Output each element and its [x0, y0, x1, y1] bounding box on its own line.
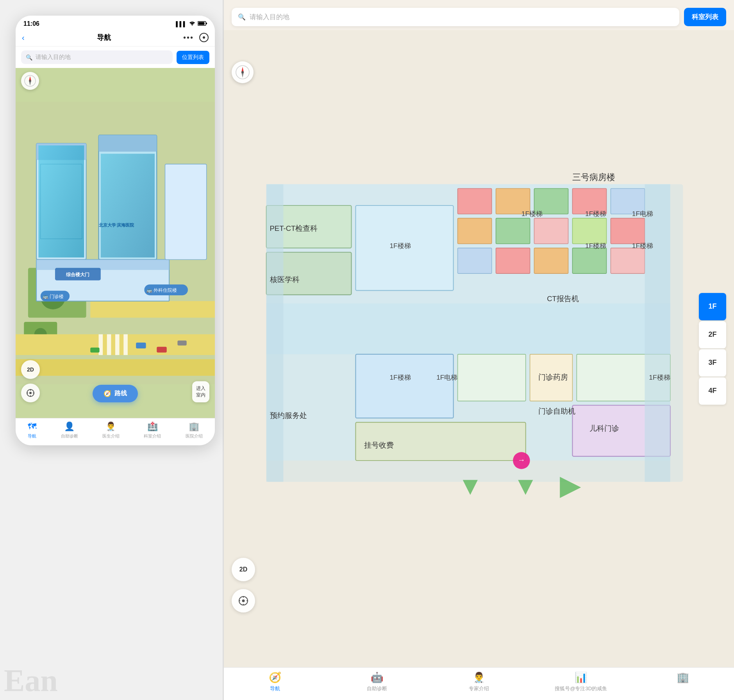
doctor-intro-tab-label: 医生介绍: [102, 433, 120, 439]
tab-hospital-intro-left[interactable]: 🏢 医院介绍: [186, 421, 203, 439]
svg-text:1F楼梯: 1F楼梯: [521, 210, 543, 218]
svg-rect-82: [355, 354, 453, 418]
navigation-tab-icon: 🗺: [28, 421, 36, 432]
search-top-right: 🔍 请输入目的地 科室列表: [224, 0, 734, 30]
signal-icon: ▌▌▌: [176, 21, 187, 27]
svg-rect-26: [38, 145, 84, 257]
svg-text:▼: ▼: [513, 471, 538, 500]
svg-rect-10: [16, 359, 215, 376]
route-icon: 🧭: [104, 390, 111, 397]
phone-left: 11:06 ▌▌▌ ‹ 导航 ••• 🔍 请输入目的地 位置列表: [16, 16, 215, 445]
tab-doctor-intro-left[interactable]: 👨‍⚕️ 医生介绍: [102, 421, 120, 439]
nav-tab-icon-right: 🧭: [269, 671, 281, 684]
svg-text:门诊药房: 门诊药房: [538, 373, 568, 381]
svg-rect-19: [136, 343, 146, 348]
location-list-button[interactable]: 位置列表: [177, 51, 209, 64]
svg-text:1F楼梯: 1F楼梯: [632, 242, 653, 250]
dept-intro-tab-label: 科室介绍: [144, 433, 161, 439]
target-button[interactable]: [199, 33, 209, 42]
svg-rect-67: [496, 218, 530, 244]
svg-text:北京大学 滨海医院: 北京大学 滨海医院: [98, 223, 135, 227]
navigation-tab-label: 导航: [28, 433, 36, 439]
indoor-map-area[interactable]: → ▼ ▼ ▶ 三号病房楼 1F楼梯 1F楼梯 1F电梯 PET-CT检查科 核…: [224, 30, 734, 667]
floor-1f-button[interactable]: 1F: [699, 293, 726, 320]
hospital-intro-tab-label: 医院介绍: [186, 433, 203, 439]
wifi-icon: [189, 21, 195, 27]
hospital-intro-tab-icon: 🏢: [189, 421, 199, 432]
svg-text:🚌 外科住院楼: 🚌 外科住院楼: [146, 288, 177, 293]
more-button[interactable]: •••: [183, 33, 194, 42]
2d-toggle-button-left[interactable]: 2D: [21, 360, 40, 379]
route-button[interactable]: 🧭 路线: [93, 385, 138, 402]
compass-button-right[interactable]: [232, 61, 254, 83]
enter-indoor-button[interactable]: 进入 室内: [192, 381, 209, 402]
tab-navigation-left[interactable]: 🗺 导航: [28, 421, 36, 439]
map-3d-view: 北京大学 滨海医院 综合楼大门 🚌 外科住院楼 🚌 门诊楼: [16, 68, 215, 418]
floor-3f-button[interactable]: 3F: [699, 349, 726, 377]
souhu-tab-label-right: 搜狐号@专注3D的咸鱼: [555, 685, 607, 692]
search-icon-left: 🔍: [26, 54, 32, 61]
tab-building-right[interactable]: 🏢: [632, 671, 734, 692]
svg-rect-33: [165, 164, 207, 259]
self-diag-tab-label-right: 自助诊断: [367, 685, 387, 692]
svg-text:预约服务处: 预约服务处: [270, 411, 307, 420]
svg-text:1F电梯: 1F电梯: [436, 373, 457, 381]
tab-self-diagnosis-left[interactable]: 👤 自助诊断: [61, 421, 78, 439]
tab-bar-right: 🧭 导航 🤖 自助诊断 👨‍⚕️ 专家介绍 📊 搜狐号@专注3D的咸鱼 🏢: [224, 667, 734, 700]
svg-rect-72: [496, 248, 530, 273]
watermark: Ean: [0, 653, 78, 700]
self-diagnosis-tab-label: 自助诊断: [61, 433, 78, 439]
souhu-tab-icon-right: 📊: [575, 671, 587, 684]
search-input-right[interactable]: 🔍 请输入目的地: [232, 8, 679, 26]
svg-text:1F电梯: 1F电梯: [632, 210, 653, 218]
tab-self-diag-right[interactable]: 🤖 自助诊断: [326, 671, 428, 692]
nav-title: 导航: [97, 33, 111, 42]
svg-text:🚌 门诊楼: 🚌 门诊楼: [43, 294, 64, 299]
svg-text:1F楼梯: 1F楼梯: [389, 242, 411, 250]
back-button[interactable]: ‹: [22, 33, 25, 42]
svg-rect-15: [123, 334, 128, 355]
floor-selector: 1F 2F 3F 4F: [699, 293, 726, 405]
doctor-intro-tab-icon: 👨‍⚕️: [105, 421, 116, 432]
svg-rect-70: [611, 218, 645, 244]
self-diagnosis-tab-icon: 👤: [64, 421, 75, 432]
search-icon-right: 🔍: [238, 13, 246, 21]
svg-text:1F楼梯: 1F楼梯: [389, 373, 411, 381]
svg-text:挂号收费: 挂号收费: [364, 441, 394, 449]
svg-rect-75: [611, 248, 645, 273]
search-bar-left: 🔍 请输入目的地 位置列表: [16, 46, 215, 68]
map-3d-container[interactable]: 北京大学 滨海医院 综合楼大门 🚌 外科住院楼 🚌 门诊楼: [16, 68, 215, 418]
floor-4f-button[interactable]: 4F: [699, 377, 726, 405]
2d-toggle-button-right[interactable]: 2D: [232, 558, 255, 581]
svg-rect-68: [534, 218, 568, 244]
svg-text:核医学科: 核医学科: [270, 275, 300, 284]
locate-button-right[interactable]: [232, 589, 255, 612]
building-tab-icon-right: 🏢: [677, 671, 689, 684]
svg-text:PET-CT检查科: PET-CT检查科: [270, 224, 318, 232]
status-icons-left: ▌▌▌: [176, 21, 207, 27]
indoor-map-svg: → ▼ ▼ ▶ 三号病房楼 1F楼梯 1F楼梯 1F电梯 PET-CT检查科 核…: [224, 30, 734, 636]
svg-text:1F楼梯: 1F楼梯: [585, 242, 606, 250]
tab-navigation-right[interactable]: 🧭 导航: [224, 671, 326, 692]
compass-button-left[interactable]: [21, 72, 39, 90]
tab-expert-right[interactable]: 👨‍⚕️ 专家介绍: [428, 671, 530, 692]
svg-text:CT报告机: CT报告机: [547, 295, 579, 303]
nav-icons: •••: [183, 33, 209, 42]
status-bar-left: 11:06 ▌▌▌: [16, 16, 215, 30]
floor-2f-button[interactable]: 2F: [699, 321, 726, 348]
search-input-wrap-left[interactable]: 🔍 请输入目的地: [21, 50, 173, 64]
svg-text:▶: ▶: [560, 471, 581, 500]
battery-icon: [198, 21, 207, 27]
svg-rect-74: [572, 248, 606, 273]
tab-dept-intro-left[interactable]: 🏥 科室介绍: [144, 421, 161, 439]
svg-rect-73: [534, 248, 568, 273]
route-label: 路线: [114, 389, 127, 398]
svg-rect-29: [101, 154, 155, 258]
locate-button-left[interactable]: [21, 384, 40, 402]
nav-tab-label-right: 导航: [270, 685, 280, 692]
svg-point-111: [242, 600, 245, 602]
tab-souhu-right[interactable]: 📊 搜狐号@专注3D的咸鱼: [530, 671, 632, 692]
svg-point-55: [241, 71, 244, 73]
svg-rect-2: [198, 22, 205, 25]
dept-list-button[interactable]: 科室列表: [684, 8, 726, 26]
